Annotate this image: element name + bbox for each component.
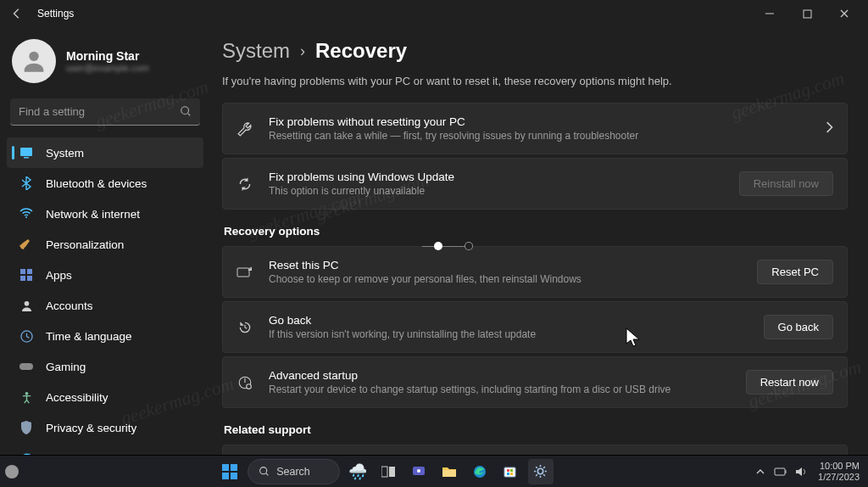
back-button[interactable] bbox=[5, 2, 29, 25]
avatar bbox=[12, 39, 56, 83]
card-title: Advanced startup bbox=[269, 369, 731, 382]
date: 1/27/2023 bbox=[818, 472, 860, 483]
card-reset-pc: Reset this PC Choose to keep or remove y… bbox=[222, 246, 848, 298]
svg-rect-36 bbox=[510, 473, 513, 475]
search-input[interactable] bbox=[10, 98, 200, 126]
taskbar-search[interactable]: Search bbox=[248, 459, 340, 484]
accessibility-icon bbox=[19, 389, 34, 405]
nav-list: System Bluetooth & devices Network & int… bbox=[3, 137, 207, 473]
chat-icon[interactable] bbox=[406, 459, 431, 484]
svg-rect-9 bbox=[27, 269, 32, 274]
start-button[interactable] bbox=[217, 459, 242, 484]
history-icon bbox=[236, 319, 253, 336]
reset-pc-button[interactable]: Reset PC bbox=[757, 260, 833, 284]
svg-rect-5 bbox=[20, 148, 32, 156]
wrench-icon bbox=[236, 120, 253, 137]
card-subtitle: If this version isn't working, try unins… bbox=[269, 328, 748, 340]
settings-taskbar-icon[interactable] bbox=[528, 459, 554, 484]
time: 10:00 PM bbox=[818, 461, 860, 472]
card-title: Fix problems without resetting your PC bbox=[269, 115, 810, 128]
svg-rect-1 bbox=[804, 10, 811, 18]
weather-widget-icon[interactable]: 🌧️ bbox=[345, 459, 370, 484]
nav-label: Network & internet bbox=[46, 208, 140, 221]
nav-label: Accessibility bbox=[46, 391, 108, 404]
search-wrapper bbox=[10, 98, 200, 126]
tray-chevron-icon[interactable] bbox=[752, 468, 769, 475]
user-name: Morning Star bbox=[66, 49, 149, 63]
card-subtitle: Choose to keep or remove your personal f… bbox=[269, 273, 742, 285]
card-title: Fix problems using Windows Update bbox=[269, 171, 724, 183]
go-back-button[interactable]: Go back bbox=[764, 315, 833, 339]
svg-point-37 bbox=[538, 468, 543, 473]
page-title: Recovery bbox=[315, 39, 407, 63]
card-subtitle: Resetting can take a while — first, try … bbox=[269, 130, 810, 142]
svg-rect-10 bbox=[20, 276, 25, 281]
store-icon[interactable] bbox=[498, 459, 523, 484]
card-advanced-startup: Advanced startup Restart your device to … bbox=[222, 356, 848, 408]
nav-item-apps[interactable]: Apps bbox=[7, 260, 203, 290]
game-icon bbox=[19, 359, 34, 374]
card-subtitle: Restart your device to change startup se… bbox=[269, 383, 731, 395]
widgets-button[interactable] bbox=[5, 465, 19, 479]
brush-icon bbox=[19, 237, 34, 252]
svg-rect-8 bbox=[20, 269, 25, 274]
titlebar: Settings bbox=[0, 0, 868, 27]
power-gear-icon bbox=[236, 374, 253, 391]
breadcrumb-parent[interactable]: System bbox=[222, 39, 290, 63]
nav-item-bluetooth[interactable]: Bluetooth & devices bbox=[7, 168, 203, 199]
nav-label: Time & language bbox=[46, 330, 132, 343]
network-tray-icon[interactable] bbox=[772, 467, 789, 477]
nav-item-accessibility[interactable]: Accessibility bbox=[7, 382, 203, 412]
main-content: System › Recovery If you're having probl… bbox=[210, 27, 868, 460]
svg-rect-38 bbox=[775, 468, 785, 475]
clock-icon bbox=[19, 328, 34, 344]
svg-rect-30 bbox=[442, 470, 456, 477]
apps-icon bbox=[19, 267, 34, 283]
svg-rect-14 bbox=[19, 363, 33, 370]
nav-label: Gaming bbox=[46, 361, 86, 373]
svg-point-24 bbox=[260, 467, 267, 474]
nav-item-gaming[interactable]: Gaming bbox=[7, 351, 203, 382]
svg-rect-27 bbox=[389, 467, 395, 477]
close-button[interactable] bbox=[826, 2, 863, 25]
svg-point-12 bbox=[24, 300, 29, 305]
nav-item-time[interactable]: Time & language bbox=[7, 321, 203, 351]
svg-rect-32 bbox=[504, 467, 515, 477]
volume-tray-icon[interactable] bbox=[793, 467, 810, 477]
chevron-right-icon bbox=[825, 121, 833, 137]
card-fix-problems[interactable]: Fix problems without resetting your PC R… bbox=[222, 103, 848, 154]
svg-rect-16 bbox=[237, 268, 249, 277]
system-icon bbox=[19, 145, 34, 160]
svg-point-15 bbox=[25, 391, 28, 395]
edge-icon[interactable] bbox=[467, 459, 492, 484]
sync-icon bbox=[236, 176, 253, 193]
card-subtitle: This option is currently unavailable bbox=[269, 185, 724, 197]
svg-rect-11 bbox=[27, 276, 32, 281]
related-support-heading: Related support bbox=[224, 423, 848, 436]
nav-item-privacy[interactable]: Privacy & security bbox=[7, 412, 203, 443]
nav-label: Privacy & security bbox=[46, 422, 136, 434]
user-profile[interactable]: Morning Star user@example.com bbox=[3, 27, 207, 98]
recovery-options-heading: Recovery options bbox=[224, 225, 848, 238]
nav-item-network[interactable]: Network & internet bbox=[7, 199, 203, 229]
svg-rect-6 bbox=[24, 157, 29, 159]
nav-item-personalization[interactable]: Personalization bbox=[7, 229, 203, 260]
maximize-button[interactable] bbox=[788, 2, 826, 25]
task-view-icon[interactable] bbox=[376, 459, 401, 484]
nav-item-accounts[interactable]: Accounts bbox=[7, 290, 203, 321]
restart-now-button[interactable]: Restart now bbox=[746, 370, 833, 395]
svg-point-2 bbox=[29, 52, 38, 61]
card-title: Reset this PC bbox=[269, 259, 742, 271]
breadcrumb: System › Recovery bbox=[222, 39, 848, 63]
svg-point-7 bbox=[25, 216, 27, 218]
card-title: Go back bbox=[269, 314, 748, 327]
clock[interactable]: 10:00 PM 1/27/2023 bbox=[818, 461, 860, 482]
minimize-button[interactable] bbox=[751, 2, 788, 25]
file-explorer-icon[interactable] bbox=[437, 459, 462, 484]
account-icon bbox=[19, 298, 34, 313]
svg-rect-33 bbox=[507, 469, 509, 472]
nav-item-system[interactable]: System bbox=[7, 137, 203, 168]
reinstall-now-button: Reinstall now bbox=[739, 171, 833, 196]
nav-label: Accounts bbox=[46, 299, 93, 312]
nav-label: Personalization bbox=[46, 238, 124, 251]
